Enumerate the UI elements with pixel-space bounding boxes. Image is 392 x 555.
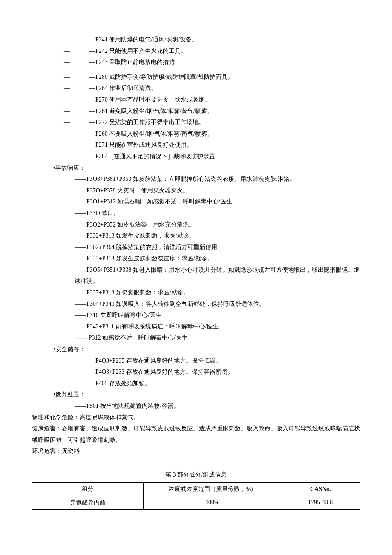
accident-item: ——P342+P311 如有呼吸系统病症：呼叫解毒中心/医生 <box>32 321 360 333</box>
accident-item: ——P362+P364 脱掉沾染的衣服，清洗后方可重新使用 <box>32 242 360 253</box>
health-hazard: 健康危害：吞咽有害。造成皮肤刺激。可能导致皮肤过敏反应。造成严重眼刺激。吸入致命… <box>32 423 360 446</box>
accident-item: ——P304+P340 如误吸入：将人转移到空气新鲜处，保持呼吸舒适体位。 <box>32 299 360 310</box>
table-header-cas: CASNo. <box>281 482 360 496</box>
physical-chemical-hazard: 物理和化学危险：高度易燃液体和蒸气。 <box>32 412 360 424</box>
p-item: —P284［在通风不足的情况下］戴呼吸防护装置 <box>89 151 215 163</box>
cell-cas: 1795-48-8 <box>281 496 360 510</box>
storage-item: —P4O3+P233 存放在通风良好的地方。保持容器密闭。 <box>89 366 233 378</box>
p-item: —P270 使用本产品时不要进食、饮水或吸烟。 <box>89 94 210 106</box>
storage-item: —P405 存放处须加锁。 <box>89 378 151 389</box>
p-item: —P271 只能在室外或通风良好处使用。 <box>89 139 193 151</box>
p-item: —P264 作业后彻底清洗。 <box>89 83 157 94</box>
accident-item: ——P3O3+P361+P353 如皮肤沾染：立即脱掉所有沾染的衣服。用水清洗皮… <box>32 174 360 185</box>
safe-storage-heading: •安全储存： <box>32 344 360 355</box>
accident-item: ——P3O1+P312 如误吞咽：如感觉不适，呼叫解毒中心/医生 <box>32 196 360 208</box>
p-item: —P243 采取防止静电放电的措施。 <box>89 57 181 68</box>
accident-item: ——P33O 漱口。 <box>32 208 360 219</box>
accident-item: -------P312 如感觉不适，呼叫解毒中心/医生 <box>32 332 360 344</box>
accident-item: ——P3O2+P352 如皮肤沾染：用水充分清洗。 <box>32 219 360 231</box>
storage-item: —P4O3+P235 存放在通风良好的地方。保持低温。 <box>89 355 222 367</box>
p-item: —P261 避免吸入粉尘/烟/气体/烟雾/蒸气/喷雾。 <box>89 106 213 117</box>
composition-table: 组分 浓度或浓度范围（质量分数，%） CASNo. 异氰酸异丙酯 100% 17… <box>32 482 360 510</box>
environmental-hazard: 环境危害：无资料 <box>32 446 360 457</box>
p-item: —P241 使用防爆的电气/通风/照明/设备。 <box>89 34 198 46</box>
accident-response-heading: •事故响应： <box>32 163 360 174</box>
accident-item: ——P310 立即呼叫解毒中心/医生 <box>32 310 360 321</box>
accident-item: ——P3O5+P351+P338 如进入眼睛：用水小心冲洗几分钟。如戴隐形眼镜并… <box>32 264 360 287</box>
accident-item: ——P37O+P378 火灾时：使用灭火器灭火。 <box>32 185 360 197</box>
p-item: —P280 戴防护手套/穿防护服/戴防护眼罩/戴防护面具。 <box>89 72 233 83</box>
accident-item: ——P337+P313 如仍觉眼刺激：求医/就诊。 <box>32 287 360 299</box>
accident-item: ——P332+P313 如发生皮肤刺激：求医/就诊。 <box>32 230 360 242</box>
cell-component: 异氰酸异丙酯 <box>32 496 144 510</box>
disposal-heading: •废弃处置： <box>32 389 360 401</box>
table-header-component: 组分 <box>32 482 144 496</box>
section-3-title: 第 3 部分成分/组成信息 <box>32 469 360 481</box>
p-item: —P242 只能使用不产生火花的工具。 <box>89 46 187 57</box>
p-item: —P260 不要吸入粉尘/烟/气体/烟雾/蒸气/喷雾。 <box>89 128 213 140</box>
table-row: 异氰酸异丙酯 100% 1795-48-8 <box>32 496 360 510</box>
cell-concentration: 100% <box>144 496 281 510</box>
p-item: —P272 受沾染的工作服不得带出工作场地。 <box>89 117 205 128</box>
accident-item: ——P333+P313 如发生皮肤刺激或皮疹：求医/就诊。 <box>32 253 360 264</box>
table-header-concentration: 浓度或浓度范围（质量分数，%） <box>144 482 281 496</box>
disposal-item: ——P501 按当地法规处置内装物/容器。 <box>32 401 360 412</box>
